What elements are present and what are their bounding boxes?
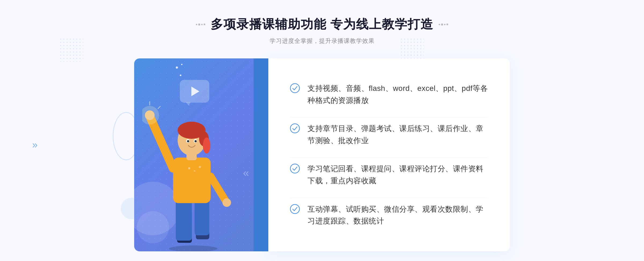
- title-decorator-right: [439, 24, 448, 25]
- illustration-panel: «: [134, 58, 268, 251]
- svg-point-21: [199, 166, 201, 168]
- feature-text-1: 支持视频、音频、flash、word、excel、ppt、pdf等各种格式的资源…: [308, 83, 488, 107]
- feature-text-3: 学习笔记回看、课程提问、课程评论打分、课件资料下载，重点内容收藏: [308, 163, 488, 187]
- svg-point-20: [194, 170, 195, 172]
- character-illustration: [142, 85, 250, 251]
- check-icon-3: [290, 163, 300, 174]
- svg-point-9: [222, 198, 231, 207]
- check-icon-2: [290, 123, 300, 133]
- title-decorator-left: [196, 24, 205, 25]
- sparkle-1: [176, 66, 178, 69]
- feature-item-3: 学习笔记回看、课程提问、课程评论打分、课件资料下载，重点内容收藏: [290, 157, 488, 192]
- svg-point-0: [169, 245, 217, 251]
- features-panel: 支持视频、音频、flash、word、excel、ppt、pdf等各种格式的资源…: [268, 58, 510, 251]
- svg-point-28: [290, 164, 299, 173]
- page-title: 多项录播课辅助功能 专为线上教学打造: [211, 16, 434, 33]
- title-row: 多项录播课辅助功能 专为线上教学打造: [196, 16, 448, 33]
- sparkle-2: [181, 64, 182, 65]
- svg-point-27: [290, 124, 299, 133]
- svg-line-6: [150, 117, 173, 168]
- feature-item-4: 互动弹幕、试听购买、微信分享、观看次数限制、学习进度跟踪、数据统计: [290, 198, 488, 233]
- svg-point-16: [187, 140, 189, 142]
- feature-item-1: 支持视频、音频、flash、word、excel、ppt、pdf等各种格式的资源…: [290, 77, 488, 112]
- chevron-left-decoration: »: [32, 139, 38, 151]
- feature-text-2: 支持章节目录、弹题考试、课后练习、课后作业、章节测验、批改作业: [308, 123, 488, 147]
- svg-line-8: [211, 176, 225, 200]
- svg-rect-3: [176, 198, 192, 241]
- svg-point-19: [188, 167, 190, 169]
- page-container: » 多项录播课辅助功能 专为线上教学打造 学习进度全掌握，提升录播课教学效果: [0, 0, 644, 261]
- check-icon-1: [290, 83, 300, 93]
- header-section: 多项录播课辅助功能 专为线上教学打造 学习进度全掌握，提升录播课教学效果: [196, 16, 448, 45]
- svg-point-26: [290, 84, 299, 93]
- svg-rect-5: [173, 158, 211, 203]
- sparkle-3: [180, 74, 181, 76]
- feature-text-4: 互动弹幕、试听购买、微信分享、观看次数限制、学习进度跟踪、数据统计: [308, 203, 488, 228]
- svg-line-24: [158, 106, 160, 109]
- outer-circle-decoration-1: [113, 112, 140, 160]
- svg-point-29: [290, 204, 299, 214]
- blue-bar: [254, 58, 268, 251]
- feature-item-2: 支持章节目录、弹题考试、课后练习、课后作业、章节测验、批改作业: [290, 117, 488, 152]
- content-area: «: [134, 58, 510, 251]
- svg-point-18: [195, 140, 197, 142]
- outer-circle-decoration-2: [121, 198, 142, 219]
- check-icon-4: [290, 204, 300, 214]
- svg-point-14: [203, 137, 210, 154]
- page-subtitle: 学习进度全掌握，提升录播课教学效果: [196, 37, 448, 45]
- dots-decoration-left: [59, 38, 83, 62]
